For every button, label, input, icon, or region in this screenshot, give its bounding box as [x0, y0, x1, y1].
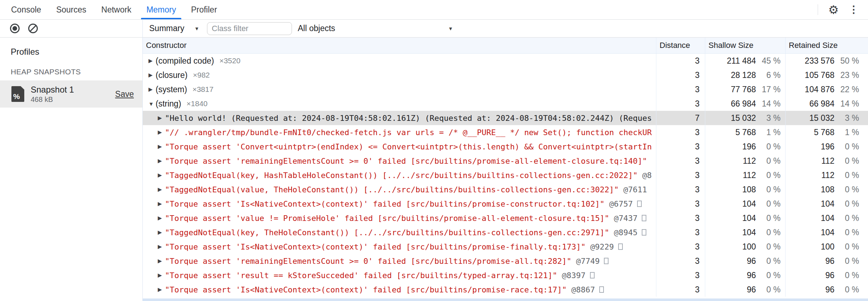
- expand-triangle-icon[interactable]: ▶: [148, 86, 156, 93]
- expand-triangle-icon[interactable]: ▶: [158, 201, 165, 207]
- cell-value: 15 032: [705, 113, 756, 123]
- more-options-icon[interactable]: ⋮: [849, 5, 859, 15]
- expand-triangle-icon[interactable]: ▶: [158, 115, 165, 121]
- table-row[interactable]: ▶"Torque assert 'remainingElementsCount …: [143, 254, 868, 268]
- table-row[interactable]: ▶"Torque assert 'Convert<uintptr>(endInd…: [143, 139, 868, 154]
- constructor-cell: ▶"Torque assert 'remainingElementsCount …: [143, 254, 656, 268]
- perspective-select[interactable]: Summary ▼: [149, 24, 199, 33]
- constructor-cell: ▶"Torque assert 'remainingElementsCount …: [143, 154, 656, 168]
- table-row[interactable]: ▶"Torque assert 'Is<NativeContext>(conte…: [143, 197, 868, 211]
- constructor-cell: ▶"Hello world! (Requested at: 2024-08-19…: [143, 111, 656, 125]
- cell-percent: 0 %: [756, 213, 785, 223]
- cell-percent: 0 %: [756, 285, 785, 295]
- string-value: "Torque assert 'result == kStoreSucceded…: [165, 271, 557, 280]
- table-cell: 3: [656, 139, 705, 154]
- cell-value: 3: [656, 271, 700, 280]
- table-row[interactable]: ▶"Torque assert 'Is<NativeContext>(conte…: [143, 240, 868, 254]
- column-header-retained-size[interactable]: Retained Size: [785, 38, 868, 53]
- string-value: "Hello world! (Requested at: 2024-08-19T…: [165, 114, 652, 123]
- table-row[interactable]: ▶"Torque assert 'value != PromiseHole' f…: [143, 211, 868, 225]
- cell-value: 100: [786, 242, 834, 252]
- table-cell: 960 %: [705, 268, 785, 282]
- constructor-cell: ▶"Torque assert 'value != PromiseHole' f…: [143, 211, 656, 225]
- tab-network[interactable]: Network: [94, 0, 139, 19]
- table-row[interactable]: ▶"TaggedNotEqual(key, HashTableHoleConst…: [143, 168, 868, 182]
- expand-triangle-icon[interactable]: ▶: [158, 143, 165, 150]
- expand-triangle-icon[interactable]: ▶: [158, 129, 165, 135]
- table-cell: 3: [656, 168, 705, 182]
- save-snapshot-link[interactable]: Save: [115, 89, 134, 99]
- collapse-triangle-icon[interactable]: ▼: [148, 101, 156, 107]
- cell-percent: 0 %: [834, 199, 868, 209]
- expand-triangle-icon[interactable]: ▶: [158, 172, 165, 178]
- cell-percent: 0 %: [756, 156, 785, 166]
- expand-triangle-icon[interactable]: ▶: [158, 158, 165, 164]
- table-cell: 3: [656, 54, 705, 68]
- table-row[interactable]: ▶"// .wrangler/tmp/bundle-FmNIt0/checked…: [143, 125, 868, 139]
- cell-value: 3: [656, 228, 700, 237]
- snapshot-item[interactable]: % Snapshot 1 468 kB Save: [0, 80, 142, 108]
- record-heap-snapshot-icon[interactable]: [10, 24, 20, 33]
- cell-value: 77 768: [705, 85, 756, 94]
- cell-value: 196: [786, 142, 834, 152]
- object-id: @8945: [614, 228, 637, 237]
- table-cell: 5 7681 %: [705, 125, 785, 139]
- table-row[interactable]: ▶"TaggedNotEqual(key, TheHoleConstant())…: [143, 225, 868, 240]
- table-row[interactable]: ▶"Torque assert 'result == kStoreSuccede…: [143, 268, 868, 282]
- expand-triangle-icon[interactable]: ▶: [158, 258, 165, 264]
- table-cell: 3: [656, 68, 705, 82]
- tab-console[interactable]: Console: [4, 0, 49, 19]
- cell-percent: 0 %: [756, 142, 785, 152]
- table-row[interactable]: ▶(compiled code)×35203211 48445 %233 576…: [143, 54, 868, 68]
- cell-percent: 23 %: [834, 70, 868, 80]
- table-cell: 233 57650 %: [785, 54, 868, 68]
- cell-value: 66 984: [786, 99, 834, 109]
- expand-triangle-icon[interactable]: ▶: [158, 286, 165, 293]
- splitter-strip[interactable]: [143, 298, 868, 301]
- table-row[interactable]: ▼(string)×1840366 98414 %66 98414 %: [143, 97, 868, 111]
- cell-percent: 0 %: [834, 142, 868, 152]
- profiles-toolbar: [0, 20, 142, 38]
- panel-tabs: Console Sources Network Memory Profiler: [0, 0, 224, 19]
- string-value: "Torque assert 'remainingElementsCount >…: [165, 157, 647, 166]
- expand-triangle-icon[interactable]: ▶: [148, 58, 156, 64]
- expand-triangle-icon[interactable]: ▶: [158, 243, 165, 250]
- table-cell: 960 %: [785, 268, 868, 282]
- cell-value: 112: [705, 171, 756, 180]
- column-header-distance[interactable]: Distance: [656, 38, 705, 53]
- object-box-icon: [642, 215, 646, 221]
- tab-sources[interactable]: Sources: [49, 0, 94, 19]
- cell-percent: 0 %: [834, 271, 868, 280]
- expand-triangle-icon[interactable]: ▶: [158, 215, 165, 221]
- table-cell: 3: [656, 125, 705, 139]
- cell-value: 196: [705, 142, 756, 152]
- table-cell: 3: [656, 268, 705, 282]
- column-header-shallow-size[interactable]: Shallow Size: [705, 38, 785, 53]
- table-cell: 1080 %: [705, 182, 785, 197]
- gear-icon[interactable]: ⚙: [828, 4, 839, 16]
- column-header-constructor[interactable]: Constructor: [143, 38, 656, 53]
- table-row[interactable]: ▶(closure)×982328 1286 %105 76823 %: [143, 68, 868, 82]
- expand-triangle-icon[interactable]: ▶: [158, 186, 165, 193]
- expand-triangle-icon[interactable]: ▶: [148, 72, 156, 78]
- table-row[interactable]: ▶(system)×3817377 76817 %104 87622 %: [143, 82, 868, 97]
- expand-triangle-icon[interactable]: ▶: [158, 229, 165, 236]
- class-filter-input[interactable]: [207, 22, 292, 35]
- table-row[interactable]: ▶"Hello world! (Requested at: 2024-08-19…: [143, 111, 868, 125]
- object-id: @9229: [590, 242, 614, 251]
- objects-filter-select[interactable]: All objects ▼: [298, 24, 453, 33]
- string-value: "// .wrangler/tmp/bundle-FmNIt0/checked-…: [165, 128, 652, 137]
- expand-triangle-icon[interactable]: ▶: [158, 272, 165, 278]
- cell-value: 5 768: [786, 128, 834, 137]
- table-row[interactable]: ▶"Torque assert 'Is<NativeContext>(conte…: [143, 282, 868, 297]
- cell-value: 211 484: [705, 56, 756, 66]
- cell-percent: 0 %: [756, 228, 785, 237]
- tab-memory[interactable]: Memory: [139, 0, 183, 19]
- table-row[interactable]: ▶"TaggedNotEqual(value, TheHoleConstant(…: [143, 182, 868, 197]
- cell-value: 3: [656, 256, 700, 266]
- table-row[interactable]: ▶"Torque assert 'remainingElementsCount …: [143, 154, 868, 168]
- clear-profiles-icon[interactable]: [28, 24, 38, 33]
- object-box-icon: [604, 258, 609, 264]
- constructor-cell: ▶"Torque assert 'Is<NativeContext>(conte…: [143, 197, 656, 211]
- tab-profiler[interactable]: Profiler: [183, 0, 224, 19]
